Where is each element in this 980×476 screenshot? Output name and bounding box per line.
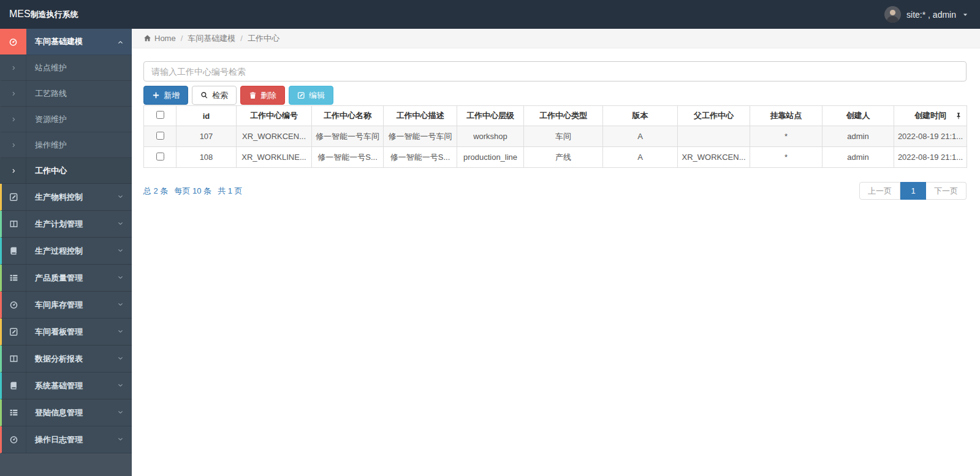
search-button-label: 检索	[212, 90, 228, 101]
cell-工作中心层级: production_line	[457, 147, 524, 168]
cell-挂靠站点: *	[750, 147, 822, 168]
prev-page-button[interactable]: 上一页	[859, 182, 900, 200]
chevron-down-icon	[117, 355, 124, 362]
pencil-square-icon	[2, 319, 26, 345]
select-all-checkbox[interactable]	[156, 111, 164, 119]
sidebar-item-工作中心[interactable]: 工作中心	[0, 158, 132, 184]
sidebar-group-产品质量管理[interactable]: 产品质量管理	[0, 265, 132, 292]
delete-button[interactable]: 删除	[240, 86, 285, 105]
sidebar-group-label: 数据分析报表	[26, 353, 117, 365]
sidebar-group-系统基础管理[interactable]: 系统基础管理	[0, 372, 132, 399]
row-select-cell	[144, 147, 177, 168]
breadcrumb-item-工作中心: 工作中心	[248, 33, 279, 44]
row-checkbox[interactable]	[156, 132, 164, 140]
chevron-up-icon	[117, 39, 124, 45]
sidebar-group-数据分析报表[interactable]: 数据分析报表	[0, 346, 132, 372]
sidebar-group-label: 车间库存管理	[26, 300, 117, 311]
cell-工作中心类型: 车间	[524, 126, 603, 147]
sidebar-group-登陆信息管理[interactable]: 登陆信息管理	[0, 399, 132, 426]
cell-工作中心名称: 修一智能一号S...	[312, 147, 384, 168]
sidebar-item-资源维护[interactable]: 资源维护	[0, 107, 132, 132]
row-checkbox[interactable]	[156, 153, 164, 161]
column-header-创建人: 创建人	[822, 106, 894, 126]
book-icon	[2, 238, 26, 264]
user-menu[interactable]: site:* , admin	[884, 6, 980, 23]
column-header-父工作中心: 父工作中心	[678, 106, 750, 126]
brand-logo[interactable]: MES制造执行系统	[0, 9, 132, 20]
sidebar-group-车间库存管理[interactable]: 车间库存管理	[0, 292, 132, 319]
search-input[interactable]	[143, 61, 967, 81]
sidebar-group-生产计划管理[interactable]: 生产计划管理	[0, 211, 132, 238]
pagination: 上一页 1 下一页	[859, 182, 967, 200]
thumbtack-icon[interactable]	[955, 112, 962, 119]
sidebar-group-label: 产品质量管理	[26, 273, 117, 284]
columns-icon	[2, 346, 26, 372]
cell-工作中心描述: 修一智能一号车间	[384, 126, 457, 147]
search-button[interactable]: 检索	[192, 86, 237, 105]
sidebar-item-label: 站点维护	[26, 62, 132, 74]
column-header-label: 创建人	[846, 111, 870, 120]
column-header-工作中心描述: 工作中心描述	[384, 106, 457, 126]
chevron-right-icon	[2, 132, 26, 157]
chevron-down-icon	[117, 382, 124, 389]
brand-bold: MES	[9, 9, 31, 19]
brand-rest: 制造执行系统	[31, 10, 78, 19]
table-row[interactable]: 107XR_WORKCEN...修一智能一号车间修一智能一号车间workshop…	[144, 126, 967, 147]
breadcrumb-item-label: Home	[154, 34, 176, 43]
breadcrumb: Home/车间基础建模/工作中心	[132, 29, 980, 48]
sidebar-item-label: 资源维护	[26, 114, 132, 125]
tachometer-icon	[2, 426, 26, 453]
row-select-cell	[144, 126, 177, 147]
search-icon	[200, 91, 208, 99]
sidebar-group-生产物料控制[interactable]: 生产物料控制	[0, 184, 132, 211]
breadcrumb-item-Home[interactable]: Home	[143, 34, 176, 43]
user-label: site:* , admin	[906, 10, 956, 20]
chevron-down-icon	[117, 409, 124, 416]
column-header-label: 工作中心层级	[466, 111, 514, 120]
sidebar-item-站点维护[interactable]: 站点维护	[0, 55, 132, 81]
breadcrumb-item-label: 工作中心	[248, 33, 279, 44]
sidebar-item-操作维护[interactable]: 操作维护	[0, 132, 132, 158]
trash-icon	[249, 91, 257, 99]
sidebar-item-label: 工作中心	[26, 165, 132, 176]
sidebar-group-label: 生产过程控制	[26, 246, 117, 257]
main-area: Home/车间基础建模/工作中心 新增 检索 删除 编辑	[132, 29, 980, 476]
select-all-header-cell	[144, 106, 177, 126]
chevron-down-icon	[117, 247, 124, 254]
column-header-工作中心层级: 工作中心层级	[457, 106, 524, 126]
cell-id: 107	[177, 126, 237, 147]
sidebar-group-生产过程控制[interactable]: 生产过程控制	[0, 238, 132, 265]
pagination-summary: 总 2 条每页 10 条共 1 页	[143, 186, 243, 197]
cell-工作中心编号: XR_WORKCEN...	[237, 126, 312, 147]
column-header-id: id	[177, 106, 237, 126]
sidebar-group-label: 操作日志管理	[26, 434, 117, 445]
cell-创建人: admin	[822, 147, 894, 168]
cell-版本: A	[603, 147, 678, 168]
add-button[interactable]: 新增	[143, 86, 188, 105]
edit-icon	[297, 91, 305, 99]
avatar	[884, 6, 901, 23]
sidebar-group-操作日志管理[interactable]: 操作日志管理	[0, 426, 132, 453]
sidebar-group-车间基础建模[interactable]: 车间基础建模	[0, 29, 132, 55]
sidebar-group-label: 车间看板管理	[26, 327, 117, 338]
sidebar-group-车间看板管理[interactable]: 车间看板管理	[0, 319, 132, 346]
plus-icon	[152, 91, 160, 99]
tachometer-icon	[0, 29, 26, 55]
page-1-button[interactable]: 1	[900, 182, 926, 200]
summary-segment: 总 2 条	[143, 186, 168, 197]
column-header-工作中心编号: 工作中心编号	[237, 106, 312, 126]
sidebar-item-工艺路线[interactable]: 工艺路线	[0, 81, 132, 107]
edit-button[interactable]: 编辑	[289, 86, 333, 105]
pencil-square-icon	[2, 184, 26, 210]
cell-版本: A	[603, 126, 678, 147]
column-header-挂靠站点: 挂靠站点	[750, 106, 822, 126]
next-page-button[interactable]: 下一页	[926, 182, 967, 200]
table-row[interactable]: 108XR_WORKLINE...修一智能一号S...修一智能一号S...pro…	[144, 147, 967, 168]
breadcrumb-separator: /	[240, 34, 243, 43]
cell-工作中心层级: workshop	[457, 126, 524, 147]
column-header-label: 版本	[632, 111, 648, 120]
column-header-label: 父工作中心	[694, 111, 734, 120]
cell-工作中心名称: 修一智能一号车间	[312, 126, 384, 147]
sidebar-group-label: 车间基础建模	[26, 36, 117, 47]
breadcrumb-item-车间基础建模[interactable]: 车间基础建模	[188, 33, 235, 44]
